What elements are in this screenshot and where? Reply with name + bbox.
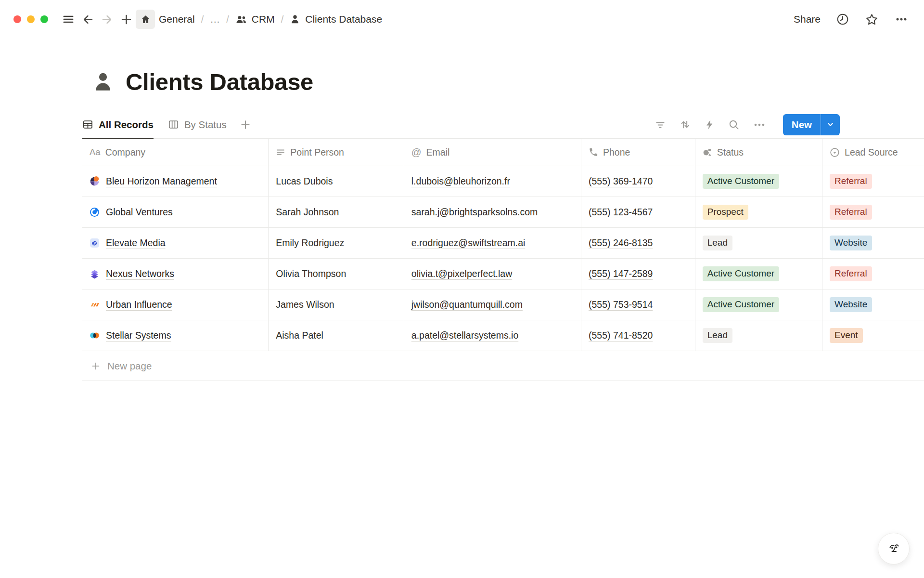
pie-wedges-logo [90,176,100,186]
lead-source-cell[interactable]: Referral [822,259,924,289]
plus-icon [90,361,101,371]
point-person-cell[interactable]: Aisha Patel [269,320,404,351]
orange-stripes-logo [90,300,100,310]
view-options-button[interactable] [753,119,766,131]
more-options-button[interactable] [894,13,909,26]
table-row: Nexus Networks Olivia Thompson olivia.t@… [82,259,924,289]
status-cell[interactable]: Active Customer [695,166,822,197]
select-icon [830,147,840,158]
point-person-cell[interactable]: Olivia Thompson [269,259,404,289]
close-window-button[interactable] [13,15,21,23]
lead-source-cell[interactable]: Event [822,320,924,351]
point-person-cell[interactable]: Emily Rodriguez [269,228,404,258]
company-cell[interactable]: Urban Influence [82,289,269,320]
column-header-lead-source[interactable]: Lead Source [822,139,924,166]
lead-source-cell[interactable]: Website [822,228,924,258]
lead-source-cell[interactable]: Website [822,289,924,320]
tab-by-status[interactable]: By Status [168,111,227,138]
column-label: Lead Source [845,147,898,158]
lead-source-cell[interactable]: Referral [822,197,924,227]
tab-all-records[interactable]: All Records [82,111,154,138]
home-button[interactable] [136,10,155,29]
company-cell[interactable]: Nexus Networks [82,259,269,289]
hamburger-icon [62,13,75,26]
table-icon [82,119,93,130]
status-cell[interactable]: Lead [695,228,822,258]
phone-value: (555) 147-2589 [589,268,653,279]
board-icon [168,119,179,130]
column-header-phone[interactable]: Phone [581,139,695,166]
company-cell[interactable]: Stellar Systems [82,320,269,351]
status-cell[interactable]: Prospect [695,197,822,227]
back-arrow-icon [81,13,94,26]
breadcrumb-collapsed[interactable]: … [210,13,220,25]
email-cell[interactable]: jwilson@quantumquill.com [404,289,581,320]
company-cell[interactable]: Bleu Horizon Management [82,166,269,197]
lead-source-cell[interactable]: Referral [822,166,924,197]
breadcrumb-general[interactable]: General [159,13,195,25]
company-name: Urban Influence [106,299,172,310]
email-value: olivia.t@pixelperfect.law [411,268,512,279]
updates-button[interactable] [836,13,849,26]
phone-cell[interactable]: (555) 147-2589 [581,259,695,289]
company-cell[interactable]: Global Ventures [82,197,269,227]
maximize-window-button[interactable] [40,15,48,23]
breadcrumb-crm[interactable]: CRM [235,13,275,25]
status-cell[interactable]: Active Customer [695,289,822,320]
breadcrumb-crm-label: CRM [252,13,275,25]
automations-button[interactable] [704,119,715,130]
breadcrumb-clients-database[interactable]: Clients Database [290,13,382,25]
phone-value: (555) 246-8135 [589,237,653,249]
company-cell[interactable]: Elevate Media [82,228,269,258]
filter-button[interactable] [654,119,666,131]
back-button[interactable] [78,10,97,29]
column-header-email[interactable]: @ Email [404,139,581,166]
table-row: Urban Influence James Wilson jwilson@qua… [82,289,924,320]
topbar-actions: Share [794,13,909,26]
tab-all-records-label: All Records [99,119,154,131]
phone-icon [589,147,598,157]
person-icon[interactable] [92,71,114,93]
breadcrumb-general-label: General [159,13,195,25]
email-cell[interactable]: e.rodriguez@swiftstream.ai [404,228,581,258]
new-record-button[interactable]: New [783,114,840,135]
column-header-company[interactable]: Aa Company [82,139,269,166]
point-person-cell[interactable]: Sarah Johnson [269,197,404,227]
status-tag: Lead [703,236,732,250]
search-icon [728,119,740,131]
phone-cell[interactable]: (555) 741-8520 [581,320,695,351]
phone-cell[interactable]: (555) 369-1470 [581,166,695,197]
phone-cell[interactable]: (555) 753-9514 [581,289,695,320]
status-cell[interactable]: Lead [695,320,822,351]
email-cell[interactable]: olivia.t@pixelperfect.law [404,259,581,289]
minimize-window-button[interactable] [27,15,35,23]
add-view-button[interactable] [239,118,252,131]
sort-button[interactable] [679,118,691,131]
notion-ai-button[interactable] [878,533,910,565]
status-cell[interactable]: Active Customer [695,259,822,289]
new-record-dropdown[interactable] [821,114,840,135]
email-value: e.rodriguez@swiftstream.ai [411,237,526,249]
new-page-topbar-button[interactable] [116,10,136,29]
page-title[interactable]: Clients Database [126,68,313,95]
column-header-point-person[interactable]: Point Person [269,139,404,166]
company-name: Bleu Horizon Management [106,176,217,187]
email-cell[interactable]: sarah.j@brightsparksolns.com [404,197,581,227]
at-icon: @ [411,146,422,158]
search-button[interactable] [728,119,740,131]
email-cell[interactable]: a.patel@stellarsystems.io [404,320,581,351]
plus-icon [239,118,252,131]
phone-cell[interactable]: (555) 246-8135 [581,228,695,258]
share-button[interactable]: Share [794,13,821,25]
forward-button[interactable] [97,10,116,29]
phone-cell[interactable]: (555) 123-4567 [581,197,695,227]
table-header-row: Aa Company Point Person @ Email Phone [82,139,924,166]
hamburger-menu-button[interactable] [59,10,78,29]
email-cell[interactable]: l.dubois@bleuhorizon.fr [404,166,581,197]
new-page-row[interactable]: New page [82,351,924,381]
breadcrumb-separator: / [201,14,204,25]
point-person-cell[interactable]: Lucas Dubois [269,166,404,197]
point-person-cell[interactable]: James Wilson [269,289,404,320]
column-header-status[interactable]: Status [695,139,822,166]
favorite-button[interactable] [865,13,879,26]
